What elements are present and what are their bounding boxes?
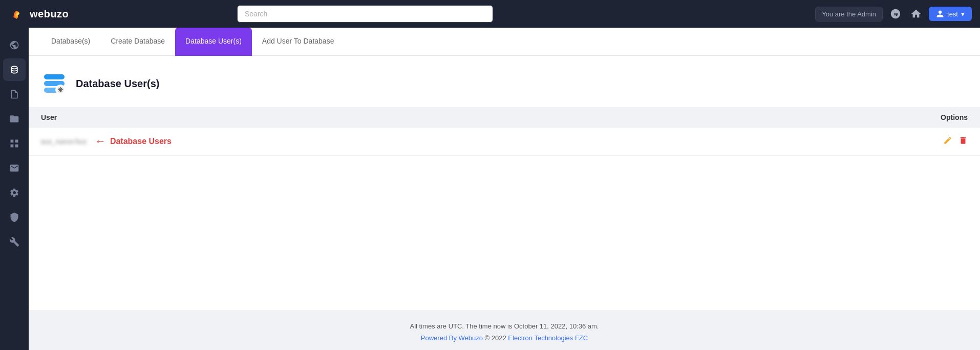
user-cell-inner: test_AdminTest ← Database Users: [41, 135, 730, 148]
action-icons: [755, 136, 968, 148]
file-icon: [9, 89, 19, 99]
admin-badge: You are the Admin: [815, 7, 883, 22]
sidebar: [0, 28, 29, 350]
col-user: User: [29, 107, 742, 128]
sidebar-item-shield[interactable]: [3, 206, 26, 229]
user-icon: [936, 10, 944, 18]
sidebar-item-database[interactable]: [3, 58, 26, 81]
table-row: test_AdminTest ← Database Users: [29, 128, 980, 156]
options-cell: [742, 128, 980, 156]
footer-powered: Powered By Webuzo © 2022 Electron Techno…: [29, 334, 980, 342]
database-icon: [9, 65, 19, 75]
company-link[interactable]: Electron Technologies FZC: [508, 334, 588, 342]
arrow-label-group: ← Database Users: [95, 135, 172, 148]
topnav: webuzo You are the Admin test ▾: [0, 0, 980, 28]
username-text: test_AdminTest: [41, 138, 87, 146]
mail-icon: [9, 163, 19, 173]
section-title: Database User(s): [76, 78, 159, 90]
left-arrow-icon: ←: [95, 135, 106, 148]
edit-icon-svg: [943, 136, 952, 145]
wordpress-icon: [890, 8, 901, 19]
db-users-icon: [41, 70, 68, 97]
sidebar-item-wrench[interactable]: [3, 231, 26, 253]
logo-text: webuzo: [30, 8, 69, 20]
wordpress-button[interactable]: [888, 6, 903, 22]
nav-right: You are the Admin test ▾: [815, 6, 972, 22]
main-wrapper: Database(s) Create Database Database Use…: [29, 28, 980, 350]
sidebar-item-settings[interactable]: [3, 181, 26, 204]
search-input[interactable]: [237, 5, 493, 23]
tab-database-users[interactable]: Database User(s): [175, 28, 252, 56]
user-cell: test_AdminTest ← Database Users: [29, 128, 742, 156]
chevron-down-icon: ▾: [961, 10, 965, 18]
edit-button[interactable]: [943, 136, 952, 148]
svg-point-6: [59, 89, 62, 91]
footer: All times are UTC. The time now is Octob…: [29, 310, 980, 350]
sidebar-item-grid[interactable]: [3, 132, 26, 155]
section-header: Database User(s): [29, 56, 980, 107]
table-header-row: User Options: [29, 107, 980, 128]
user-label: test: [947, 10, 958, 18]
powered-by-link[interactable]: Powered By Webuzo: [421, 334, 483, 342]
home-button[interactable]: [908, 6, 924, 22]
sidebar-item-mail[interactable]: [3, 157, 26, 179]
tabs-bar: Database(s) Create Database Database Use…: [29, 28, 980, 56]
users-table: User Options test_AdminTest ← Database U…: [29, 107, 980, 156]
home-icon: [910, 8, 922, 19]
footer-time: All times are UTC. The time now is Octob…: [29, 322, 980, 330]
tab-databases[interactable]: Database(s): [41, 28, 100, 56]
tab-create-database[interactable]: Create Database: [100, 28, 175, 56]
grid-icon: [9, 138, 19, 149]
delete-icon-svg: [958, 136, 968, 145]
tab-add-user[interactable]: Add User To Database: [252, 28, 345, 56]
user-menu-button[interactable]: test ▾: [929, 7, 972, 21]
footer-copyright: © 2022: [485, 334, 508, 342]
search-wrapper: [237, 5, 493, 23]
content-area: Database(s) Create Database Database Use…: [29, 28, 980, 310]
sidebar-item-folder[interactable]: [3, 108, 26, 130]
svg-rect-1: [44, 74, 65, 79]
logo[interactable]: webuzo: [8, 5, 69, 23]
shield-icon: [9, 212, 19, 222]
db-users-annotation: Database Users: [110, 137, 172, 146]
settings-icon: [9, 188, 19, 198]
folder-icon: [9, 114, 19, 124]
sidebar-item-file[interactable]: [3, 83, 26, 106]
logo-icon: [8, 5, 26, 23]
sidebar-item-globe[interactable]: [3, 34, 26, 56]
delete-button[interactable]: [958, 136, 968, 148]
table-header: User Options: [29, 107, 980, 128]
table-body: test_AdminTest ← Database Users: [29, 128, 980, 156]
wrench-icon: [9, 237, 19, 247]
col-options: Options: [742, 107, 980, 128]
globe-icon: [9, 40, 19, 50]
